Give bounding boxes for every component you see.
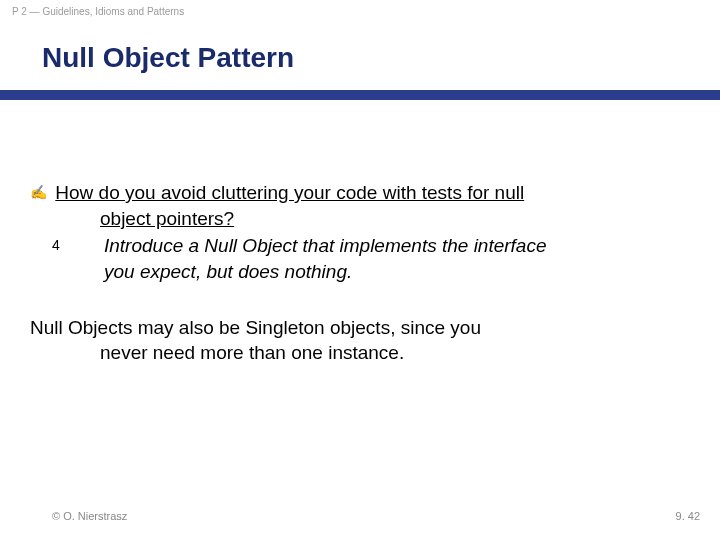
slide-content: ✍ How do you avoid cluttering your code … xyxy=(30,180,690,366)
answer-line2: you expect, but does nothing. xyxy=(104,259,690,285)
footer-page-number: 9. 42 xyxy=(676,510,700,522)
title-bar xyxy=(0,90,720,100)
answer-block: 4Introduce a Null Object that implements… xyxy=(30,233,690,284)
paragraph-2: Null Objects may also be Singleton objec… xyxy=(30,315,690,366)
slide-title: Null Object Pattern xyxy=(42,42,294,74)
footer-copyright: © O. Nierstrasz xyxy=(52,510,127,522)
question-line1: How do you avoid cluttering your code wi… xyxy=(55,182,524,203)
question-line2: object pointers? xyxy=(100,206,690,232)
header-label: P 2 — Guidelines, Idioms and Patterns xyxy=(12,6,184,17)
para2-line1: Null Objects may also be Singleton objec… xyxy=(30,315,690,341)
para2-line2: never need more than one instance. xyxy=(100,340,690,366)
slide: P 2 — Guidelines, Idioms and Patterns Nu… xyxy=(0,0,720,540)
question-block: ✍ How do you avoid cluttering your code … xyxy=(30,180,690,285)
hand-write-icon: ✍ xyxy=(30,180,50,204)
answer-bullet-icon: 4 xyxy=(52,233,104,257)
answer-line1: Introduce a Null Object that implements … xyxy=(104,235,547,256)
